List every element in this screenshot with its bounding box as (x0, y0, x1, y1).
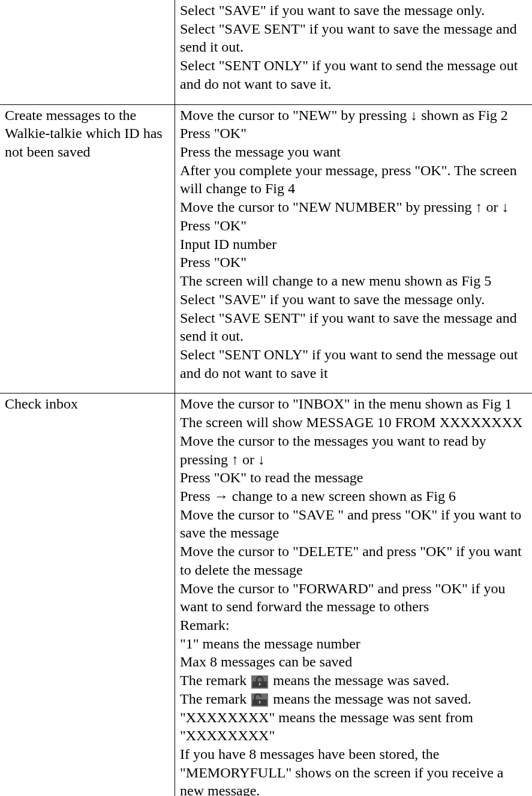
row1-left: Create messages to the Walkie-talkie whi… (0, 104, 175, 394)
row2-right-notsaved: The remark means the message was not sav… (180, 690, 527, 708)
row1-right-11: Select "SENT ONLY" if you want to send t… (180, 346, 527, 382)
row2-right-b9: "1" means the message number (180, 635, 527, 653)
row0-right-0: Select "SAVE" if you want to save the me… (180, 1, 527, 20)
instruction-table: Select "SAVE" if you want to save the me… (0, 0, 532, 796)
saved-prefix: The remark (180, 672, 250, 688)
svg-rect-3 (259, 684, 260, 686)
row2-right-a0: "XXXXXXXX" means the message was sent fr… (180, 708, 527, 745)
row2-right: Move the cursor to "INBOX" in the menu s… (175, 394, 533, 796)
row1-right-4: Move the cursor to "NEW NUMBER" by press… (180, 198, 527, 217)
row1-right-3: After you complete your message, press "… (180, 161, 527, 198)
row2-right-b2: Move the cursor to the messages you want… (180, 432, 527, 468)
row2-right-b10: Max 8 messages can be saved (180, 653, 527, 671)
row2-right-a1: If you have 8 messages have been stored,… (180, 745, 527, 796)
notsaved-suffix: means the message was not saved. (273, 691, 471, 707)
row1-right-10: Select "SAVE SENT" if you want to save t… (180, 309, 527, 346)
lock-open-icon (251, 693, 268, 707)
row1-left-text: Create messages to the Walkie-talkie whi… (5, 106, 170, 161)
row2-right-saved: The remark means the message was saved. (180, 671, 527, 690)
row1-right: Move the cursor to "NEW" by pressing ↓ s… (175, 104, 533, 394)
lock-closed-icon (251, 675, 268, 689)
row2-left-text: Check inbox (5, 395, 170, 413)
row2-left: Check inbox (0, 394, 175, 796)
row1-right-1: Press "OK" (180, 124, 527, 143)
row2-right-b4: Press → change to a new screen shown as … (180, 487, 527, 506)
row2-right-b6: Move the cursor to "DELETE" and press "O… (180, 542, 527, 579)
saved-suffix: means the message was saved. (273, 672, 449, 688)
row0-right: Select "SAVE" if you want to save the me… (175, 0, 533, 104)
row2-right-b0: Move the cursor to "INBOX" in the menu s… (180, 395, 527, 413)
row0-right-1: Select "SAVE SENT" if you want to save t… (180, 20, 527, 56)
row1-right-5: Press "OK" (180, 217, 527, 235)
row1-right-9: Select "SAVE" if you want to save the me… (180, 290, 527, 309)
row2-right-b7: Move the cursor to "FORWARD" and press "… (180, 579, 527, 616)
row1-right-8: The screen will change to a new menu sho… (180, 272, 527, 290)
notsaved-prefix: The remark (180, 691, 250, 707)
row2-right-b5: Move the cursor to "SAVE " and press "OK… (180, 506, 527, 542)
row1-right-0: Move the cursor to "NEW" by pressing ↓ s… (180, 106, 527, 125)
row0-right-2: Select "SENT ONLY" if you want to send t… (180, 56, 527, 93)
row1-right-7: Press "OK" (180, 253, 527, 272)
svg-rect-7 (259, 702, 260, 704)
row0-left (0, 0, 175, 104)
row1-right-6: Input ID number (180, 235, 527, 254)
row2-right-b3: Press "OK" to read the message (180, 468, 527, 487)
row2-right-b1: The screen will show MESSAGE 10 FROM XXX… (180, 413, 527, 432)
row1-right-2: Press the message you want (180, 143, 527, 161)
row2-right-b8: Remark: (180, 616, 527, 635)
